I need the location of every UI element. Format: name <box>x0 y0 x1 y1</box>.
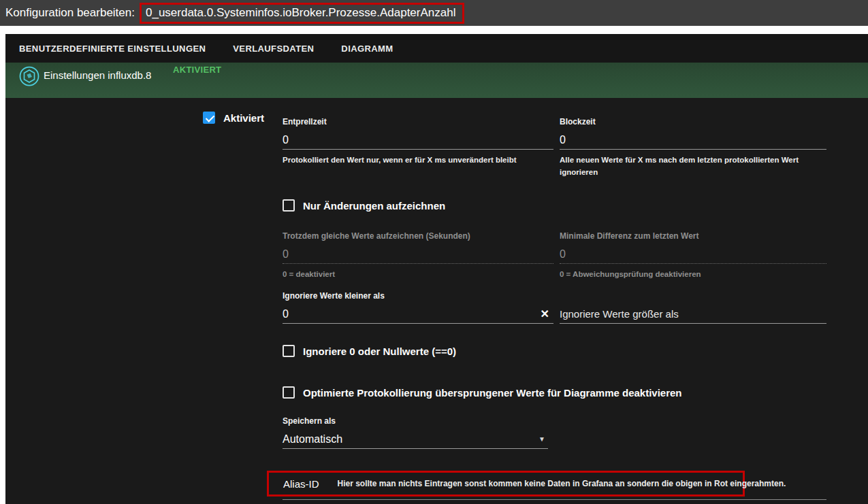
ignore-zero-label: Ignoriere 0 oder Nullwerte (==0) <box>303 346 456 357</box>
save-as-label: Speichern als <box>283 416 548 426</box>
enabled-checkbox-row: Aktiviert <box>203 112 264 124</box>
min-diff-underline <box>560 263 826 264</box>
changes-only-label: Nur Änderungen aufzeichnen <box>303 200 445 212</box>
alias-input[interactable] <box>283 499 826 500</box>
ignore-zero-checkbox[interactable] <box>283 345 295 357</box>
ignore-below-field: Ignoriere Werte kleiner als 0 ✕ <box>283 291 553 324</box>
influxdb-icon <box>19 66 39 86</box>
datapoint-id-annotated: 0_userdata.0.Systeminfos.ioBroker.Prozes… <box>140 3 464 24</box>
ignore-below-input[interactable]: 0 <box>283 308 289 320</box>
enabled-checkbox[interactable] <box>203 112 215 124</box>
alias-annotated-box: Alias-ID Hier sollte man nichts Eintrage… <box>267 471 745 497</box>
debounce-label: Entprellzeit <box>283 117 553 127</box>
ignore-above-field: Ignoriere Werte größer als <box>560 291 826 324</box>
tab-chart[interactable]: DIAGRAMM <box>327 34 406 63</box>
clear-icon[interactable]: ✕ <box>541 307 553 320</box>
tab-custom-settings[interactable]: BENUTZERDEFINIERTE EINSTELLUNGEN <box>5 34 219 63</box>
changes-only-row: Nur Änderungen aufzeichnen <box>283 199 445 212</box>
save-as-underline <box>283 448 548 449</box>
disable-optimized-checkbox[interactable] <box>283 386 295 399</box>
dialog-title-label: Konfiguration bearbeiten: <box>5 6 135 20</box>
debounce-helper: Protokolliert den Wert nur, wenn er für … <box>283 154 553 167</box>
ignore-above-label[interactable]: Ignoriere Werte größer als <box>560 307 826 321</box>
alias-label: Alias-ID <box>283 478 319 490</box>
min-diff-label: Minimale Differenz zum letzten Wert <box>560 231 826 241</box>
log-equal-underline <box>283 263 553 264</box>
ignore-zero-row: Ignoriere 0 oder Nullwerte (==0) <box>283 345 456 357</box>
ignore-below-underline <box>283 323 553 324</box>
blocktime-helper: Alle neuen Werte für X ms nach dem letzt… <box>560 154 826 179</box>
changes-only-checkbox[interactable] <box>283 199 295 212</box>
save-as-value: Automatisch <box>283 433 342 446</box>
adapter-instance-title: Einstellungen influxdb.8 <box>44 69 151 81</box>
blocktime-input[interactable]: 0 <box>560 134 566 146</box>
alias-helper: Hier sollte man nichts Eintragen sonst k… <box>338 479 786 488</box>
status-badge: AKTIVIERT <box>173 65 221 75</box>
min-diff-input: 0 <box>560 248 566 261</box>
min-diff-helper: 0 = Abweichungsprüfung deaktivieren <box>560 269 826 281</box>
debounce-underline <box>283 149 553 150</box>
adapter-header-band: Einstellungen influxdb.8 AKTIVIERT <box>5 63 868 98</box>
chevron-down-icon: ▼ <box>539 435 548 443</box>
debounce-input[interactable]: 0 <box>283 134 289 146</box>
blocktime-underline <box>560 149 826 150</box>
disable-optimized-row: Optimierte Protokollierung übersprungene… <box>283 386 682 399</box>
tab-bar: BENUTZERDEFINIERTE EINSTELLUNGEN VERLAUF… <box>5 34 868 63</box>
debounce-field: Entprellzeit 0 Protokolliert den Wert nu… <box>283 117 553 167</box>
dialog-titlebar: Konfiguration bearbeiten: 0_userdata.0.S… <box>0 0 868 26</box>
log-equal-field: Trotzdem gleiche Werte aufzeichnen (Seku… <box>283 231 553 281</box>
save-as-field: Speichern als Automatisch ▼ <box>283 416 548 449</box>
custom-settings-panel: BENUTZERDEFINIERTE EINSTELLUNGEN VERLAUF… <box>5 34 868 504</box>
disable-optimized-label: Optimierte Protokollierung übersprungene… <box>303 387 682 399</box>
tab-history-data[interactable]: VERLAUFSDATEN <box>219 34 327 63</box>
log-equal-label: Trotzdem gleiche Werte aufzeichnen (Seku… <box>283 231 553 241</box>
log-equal-input: 0 <box>283 248 289 261</box>
enabled-label: Aktiviert <box>223 112 264 124</box>
blocktime-field: Blockzeit 0 Alle neuen Werte für X ms na… <box>560 117 826 179</box>
log-equal-helper: 0 = deaktiviert <box>283 269 553 281</box>
min-diff-field: Minimale Differenz zum letzten Wert 0 0 … <box>560 231 826 281</box>
blocktime-label: Blockzeit <box>560 117 826 127</box>
ignore-above-underline <box>560 323 826 324</box>
save-as-select[interactable]: Automatisch ▼ <box>283 432 548 446</box>
ignore-below-label: Ignoriere Werte kleiner als <box>283 291 553 301</box>
